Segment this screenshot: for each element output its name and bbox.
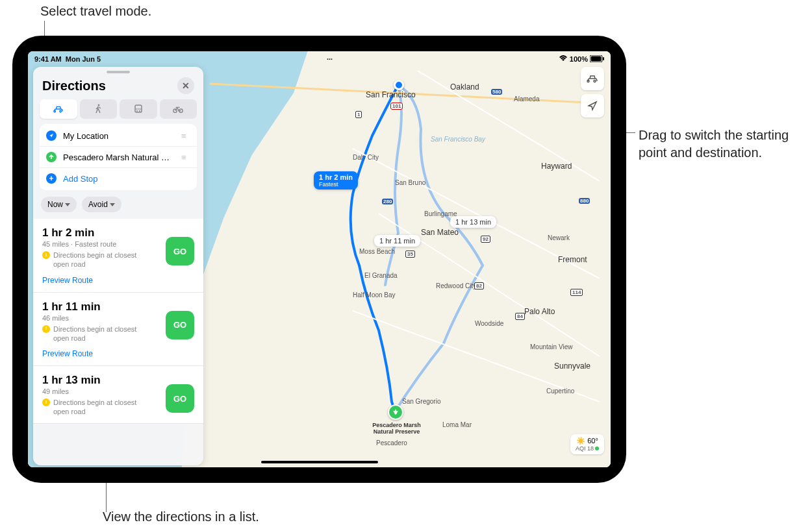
hwy-1: 1 (355, 111, 362, 118)
svg-line-4 (418, 71, 600, 181)
go-button[interactable]: GO (166, 384, 194, 413)
battery-icon (590, 55, 604, 64)
city-pescadero: Pescadero (376, 439, 407, 447)
city-sangregorio: San Gregorio (402, 398, 440, 405)
battery-text: 100% (570, 55, 588, 63)
mode-drive[interactable] (40, 99, 77, 119)
callout-drag: Drag to switch the starting point and de… (639, 127, 801, 162)
svg-point-12 (139, 110, 140, 112)
city-sf: San Francisco (366, 90, 416, 99)
home-indicator[interactable] (261, 461, 378, 463)
hwy-82: 82 (474, 282, 484, 289)
ipad-screen: 9:41 AM Mon Jun 5 ··· 100% (28, 51, 611, 467)
filter-now[interactable]: Now (41, 197, 77, 212)
go-button[interactable]: GO (166, 311, 194, 339)
route-badge-alt1[interactable]: 1 hr 11 min (374, 235, 420, 247)
filter-avoid[interactable]: Avoid (82, 197, 121, 212)
map-mode-button[interactable] (581, 67, 604, 90)
destination-icon (46, 152, 57, 162)
city-paloalto: Palo Alto (524, 307, 555, 316)
preview-route-link[interactable]: Preview Route (42, 276, 93, 285)
wifi-icon (559, 55, 568, 63)
label-sfbay: San Francisco Bay (431, 136, 485, 143)
locate-button[interactable] (581, 94, 604, 117)
warning-icon: ! (42, 398, 50, 406)
hwy-84: 84 (515, 313, 525, 320)
hwy-35: 35 (405, 251, 415, 258)
close-button[interactable]: ✕ (177, 77, 194, 94)
stop-destination[interactable]: Pescadero Marsh Natural Pres… ≡ (40, 146, 197, 167)
add-stop[interactable]: + Add Stop (40, 167, 197, 189)
destination-pin[interactable] (388, 404, 403, 420)
drag-handle-icon[interactable]: ≡ (181, 153, 190, 162)
mode-transit[interactable] (120, 99, 157, 119)
preview-route-link[interactable]: Preview Route (42, 349, 93, 358)
hwy-880: 880 (579, 198, 590, 204)
hwy-114: 114 (570, 289, 583, 296)
svg-point-8 (98, 104, 100, 106)
route-option-2[interactable]: 1 hr 11 min 46 miles !Directions begin a… (33, 293, 203, 367)
city-mossbeach: Moss Beach (359, 248, 395, 255)
travel-mode-tabs (33, 99, 203, 124)
callout-travel-mode: Select travel mode. (40, 3, 151, 20)
mode-walk[interactable] (80, 99, 118, 119)
route-option-3[interactable]: 1 hr 13 min 49 miles !Directions begin a… (33, 366, 203, 424)
city-woodside: Woodside (475, 320, 503, 327)
stop-origin[interactable]: My Location ≡ (40, 125, 197, 146)
mode-cycle[interactable] (160, 99, 197, 119)
warning-icon: ! (42, 325, 50, 333)
hwy-101: 101 (390, 103, 403, 110)
panel-title: Directions (42, 79, 106, 93)
routes-list[interactable]: 1 hr 2 min 45 miles · Fastest route !Dir… (33, 219, 203, 465)
city-sunnyvale: Sunnyvale (554, 362, 590, 371)
route-badge-alt2[interactable]: 1 hr 13 min (450, 216, 496, 228)
city-sanmateo: San Mateo (421, 228, 459, 237)
svg-rect-1 (590, 56, 601, 61)
warning-icon: ! (42, 251, 50, 259)
stops-list: My Location ≡ Pescadero Marsh Natural Pr… (40, 124, 197, 190)
city-newark: Newark (548, 234, 570, 241)
directions-panel: Directions ✕ My Location ≡ (33, 67, 203, 465)
callout-list: View the directions in a list. (103, 508, 259, 526)
svg-rect-2 (603, 57, 604, 60)
hwy-280: 280 (382, 199, 393, 204)
weather-badge[interactable]: ☀️ 60° AQI 18 (570, 434, 604, 454)
add-icon: + (46, 173, 57, 184)
status-bar: 9:41 AM Mon Jun 5 ··· 100% (28, 51, 611, 64)
status-time: 9:41 AM (34, 55, 62, 63)
hwy-92: 92 (481, 236, 490, 243)
route-badge-primary[interactable]: 1 hr 2 min Fastest (314, 171, 358, 190)
status-date: Mon Jun 5 (66, 55, 101, 63)
city-daly: Daly City (353, 154, 379, 161)
city-mtview: Mountain View (530, 343, 572, 350)
destination-label: Pescadero Marsh Natural Preserve (366, 423, 427, 435)
city-fremont: Fremont (558, 255, 587, 264)
svg-point-11 (136, 110, 138, 112)
city-hmb: Half Moon Bay (353, 291, 396, 299)
city-sanbruno: San Bruno (395, 179, 425, 186)
city-alameda: Alameda (514, 95, 539, 103)
city-lomamar: Loma Mar (442, 421, 472, 428)
hwy-580: 580 (491, 89, 502, 95)
city-hayward: Hayward (541, 162, 572, 171)
city-redwood: Redwood City (436, 282, 476, 289)
city-burlingame: Burlingame (424, 210, 457, 217)
go-button[interactable]: GO (166, 237, 194, 265)
origin-icon (46, 130, 57, 141)
drag-handle-icon[interactable]: ≡ (181, 131, 190, 141)
ipad-frame: 9:41 AM Mon Jun 5 ··· 100% (12, 36, 626, 483)
route-option-1[interactable]: 1 hr 2 min 45 miles · Fastest route !Dir… (33, 219, 203, 293)
city-cupertino: Cupertino (546, 387, 574, 395)
city-elgranada: El Granada (364, 272, 398, 279)
city-oakland: Oakland (450, 82, 479, 92)
current-location-dot (394, 80, 404, 90)
